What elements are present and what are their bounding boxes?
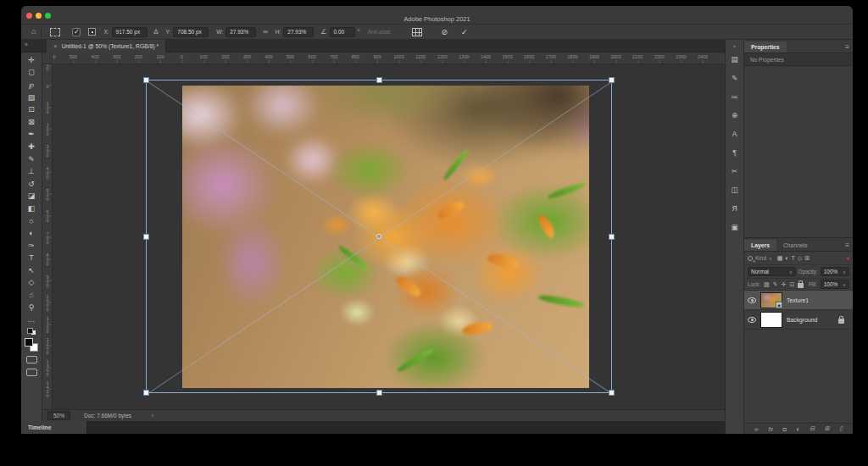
filter-pixel-layers-icon[interactable]: ▦ <box>777 255 783 262</box>
tab-layers[interactable]: Layers <box>744 240 776 251</box>
y-position-field[interactable]: 708.50 px <box>173 27 209 37</box>
default-colors-icon[interactable] <box>27 328 36 335</box>
foreground-color-swatch[interactable] <box>25 338 33 347</box>
zoom-level-field[interactable]: 50% <box>47 411 70 420</box>
brush-settings-panel-icon[interactable]: ✎ <box>727 70 743 85</box>
lock-all-icon[interactable] <box>798 283 804 288</box>
transform-handle-top-right[interactable] <box>609 77 615 83</box>
lock-position-icon[interactable]: ✛ <box>782 281 787 288</box>
document-tab[interactable]: × Untitled-1 @ 50% (Texture1, RGB/8) * <box>47 40 166 53</box>
properties-menu-icon[interactable]: ≡ <box>845 43 849 51</box>
toolbar-collapse-icon[interactable]: » <box>25 42 28 47</box>
layer-effects-icon[interactable]: fx <box>768 426 772 432</box>
warp-mode-toggle-icon[interactable] <box>412 28 422 36</box>
layer-row-background[interactable]: Background <box>744 310 853 330</box>
character-panel-icon[interactable]: A <box>727 126 743 141</box>
layer-mask-icon[interactable]: ◘ <box>783 426 787 432</box>
current-tool-icon[interactable] <box>50 28 60 36</box>
spot-healing-brush-tool[interactable]: ✚ <box>24 141 40 153</box>
path-selection-tool[interactable]: ↖ <box>24 264 40 277</box>
pen-tool[interactable]: ✑ <box>24 240 40 252</box>
dodge-tool[interactable]: ◐ <box>24 227 40 240</box>
width-scale-field[interactable]: 27.93% <box>225 27 256 37</box>
timeline-tab[interactable]: Timeline <box>21 421 87 434</box>
filter-adjustment-layers-icon[interactable]: ◐ <box>785 255 788 261</box>
styles-panel-icon[interactable]: ▣ <box>727 219 743 234</box>
adjustment-layer-icon[interactable]: ◐ <box>796 426 799 432</box>
delete-layer-icon[interactable]: ▯ <box>839 425 843 432</box>
screen-mode-icon[interactable] <box>26 369 37 376</box>
gradient-tool[interactable]: ◧ <box>24 202 40 215</box>
maintain-aspect-ratio-icon[interactable]: ∞ <box>263 28 268 36</box>
close-document-icon[interactable]: × <box>53 42 58 50</box>
object-selection-tool[interactable]: ▧ <box>24 92 40 104</box>
layer-group-icon[interactable]: ⊟ <box>810 425 815 432</box>
filter-shape-layers-icon[interactable]: ◇ <box>798 255 802 262</box>
link-layers-icon[interactable]: ∞ <box>754 426 759 432</box>
zoom-tool[interactable]: ⚲ <box>24 302 40 314</box>
cancel-transform-button[interactable]: ⊘ <box>441 28 448 36</box>
visibility-eye-icon[interactable] <box>748 317 756 323</box>
filter-toggle-icon[interactable]: ● <box>846 255 849 261</box>
adjustments-panel-icon[interactable]: ◫ <box>727 182 743 197</box>
rectangular-marquee-tool[interactable]: ◻ <box>24 67 40 80</box>
blend-mode-select[interactable]: Normal ∨ <box>748 267 796 276</box>
status-chevron-icon[interactable]: › <box>152 413 153 419</box>
rotation-angle-field[interactable]: 0.00 <box>330 27 355 37</box>
canvas-area[interactable] <box>53 64 725 409</box>
shape-tool[interactable]: ◇ <box>24 277 40 290</box>
lock-transparent-pixels-icon[interactable]: ▨ <box>764 281 770 288</box>
transform-handle-middle-right[interactable] <box>609 234 615 240</box>
dock-collapse-icon[interactable]: « <box>733 43 736 48</box>
relative-positioning-icon[interactable]: ∆ <box>154 28 159 36</box>
transform-handle-middle-left[interactable] <box>143 234 149 240</box>
lasso-tool[interactable]: ℘ <box>24 79 40 92</box>
eyedropper-tool[interactable]: ✒ <box>24 129 40 141</box>
tool-presets-panel-icon[interactable]: ≔ <box>727 89 743 103</box>
quick-mask-icon[interactable] <box>26 356 37 363</box>
home-icon[interactable]: ⌂ <box>31 28 36 36</box>
x-position-field[interactable]: 917.50 px <box>112 27 147 37</box>
lock-image-pixels-icon[interactable]: ✎ <box>773 281 778 288</box>
filter-type-layers-icon[interactable]: T <box>792 255 795 261</box>
transform-reference-point[interactable] <box>376 234 381 239</box>
crop-tool[interactable]: ⊡ <box>24 103 40 116</box>
foreground-background-swatches[interactable] <box>25 338 38 352</box>
opacity-select[interactable]: 100% ∨ <box>821 267 849 276</box>
transform-bounding-box[interactable] <box>146 80 612 393</box>
libraries-panel-icon[interactable]: ✂ <box>727 164 743 178</box>
transform-handle-top-center[interactable] <box>376 77 382 83</box>
brush-tool[interactable]: ✎ <box>24 153 40 166</box>
eraser-tool[interactable]: ◪ <box>24 191 40 203</box>
transform-handle-bottom-right[interactable] <box>609 390 615 396</box>
layer-name[interactable]: Background <box>787 317 817 323</box>
tab-properties[interactable]: Properties <box>744 42 787 53</box>
move-tool[interactable]: ✛ <box>24 54 40 67</box>
toggle-reference-point-checkbox[interactable]: ✓ <box>72 28 81 36</box>
hand-tool[interactable]: ☝ <box>24 289 40 302</box>
edit-toolbar-button[interactable]: … <box>24 313 40 326</box>
filter-smart-objects-icon[interactable]: ⊞ <box>804 255 810 262</box>
layer-row-texture1[interactable]: ▣ Texture1 <box>744 291 853 310</box>
history-brush-tool[interactable]: ↺ <box>24 178 40 191</box>
kind-caret-icon[interactable]: ∨ <box>769 256 772 261</box>
transform-handle-bottom-left[interactable] <box>143 390 149 396</box>
clone-source-panel-icon[interactable]: ⊕ <box>727 108 743 122</box>
swatches-panel-icon[interactable]: ▤ <box>727 52 743 66</box>
lock-artboard-icon[interactable]: ⊡ <box>789 281 794 288</box>
fill-select[interactable]: 100% ∨ <box>821 280 849 289</box>
layer-thumbnail[interactable]: ▣ <box>760 292 782 308</box>
layers-menu-icon[interactable]: ≡ <box>845 241 849 249</box>
tab-channels[interactable]: Channels <box>776 240 815 251</box>
paragraph-panel-icon[interactable]: ¶ <box>727 145 743 159</box>
blur-tool[interactable]: ○ <box>24 215 40 228</box>
layer-thumbnail[interactable] <box>760 312 782 328</box>
glyphs-panel-icon[interactable]: Я <box>727 201 743 215</box>
reference-point-locator-icon[interactable] <box>88 28 96 36</box>
transform-handle-top-left[interactable] <box>143 77 149 83</box>
new-layer-icon[interactable]: ⊞ <box>825 425 830 432</box>
visibility-eye-icon[interactable] <box>748 297 756 303</box>
clone-stamp-tool[interactable]: ⊥ <box>24 165 40 178</box>
height-scale-field[interactable]: 27.93% <box>283 27 314 37</box>
layer-name[interactable]: Texture1 <box>787 297 809 303</box>
